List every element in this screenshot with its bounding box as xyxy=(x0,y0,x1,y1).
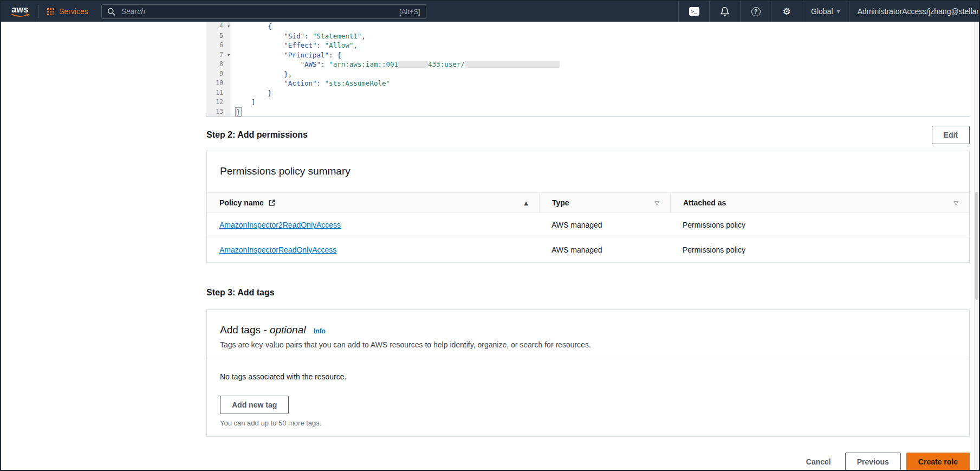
code-line[interactable]: "Action": "sts:AssumeRole" xyxy=(235,79,970,88)
add-new-tag-button[interactable]: Add new tag xyxy=(220,396,289,414)
code-token xyxy=(235,32,284,40)
attached-as-cell: Permissions policy xyxy=(670,213,969,237)
gear-icon: ⚙ xyxy=(782,7,790,16)
tags-card-body: No tags associated with the resource. Ad… xyxy=(207,358,969,436)
trust-policy-json-editor[interactable]: 4▾567▾8910111213 { "Sid": "Statement1", … xyxy=(206,22,970,117)
help-button[interactable]: ? xyxy=(741,1,771,22)
aws-logo-text: aws xyxy=(11,5,29,14)
policy-name-link[interactable]: AmazonInspector2ReadOnlyAccess xyxy=(219,221,341,229)
policy-name-link[interactable]: AmazonInspectorReadOnlyAccess xyxy=(219,246,336,254)
line-number: 13 xyxy=(206,107,231,117)
code-line[interactable]: }, xyxy=(235,69,970,79)
code-token: }, xyxy=(235,70,292,78)
editor-gutter: 4▾567▾8910111213 xyxy=(206,22,231,117)
type-column-header: Type ▽ xyxy=(539,193,670,212)
code-token: "sts:AssumeRole" xyxy=(325,79,390,87)
line-number: 12 xyxy=(206,98,231,107)
aws-console-topbar: aws Services [Alt+S] >_ xyxy=(1,1,979,22)
services-label: Services xyxy=(59,7,88,16)
type-filter-icon[interactable]: ▽ xyxy=(655,199,659,207)
attached-as-filter-icon[interactable]: ▽ xyxy=(954,199,958,207)
scrollbar-thumb[interactable] xyxy=(975,192,978,299)
policy-table-row: AmazonInspectorReadOnlyAccessAWS managed… xyxy=(207,237,969,262)
search-input[interactable] xyxy=(120,7,394,16)
region-label: Global xyxy=(811,7,833,16)
wizard-footer: Cancel Previous Create role xyxy=(206,453,970,471)
policy-name-column-header[interactable]: Policy name ▲ xyxy=(207,193,539,212)
code-line[interactable]: "Sid": "Statement1", xyxy=(235,31,970,41)
cancel-button[interactable]: Cancel xyxy=(806,453,831,470)
attached-as-column-label: Attached as xyxy=(683,198,726,207)
code-token xyxy=(235,79,284,87)
services-menu-button[interactable]: Services xyxy=(45,7,90,16)
edit-permissions-button[interactable]: Edit xyxy=(932,126,970,144)
fold-arrow-icon[interactable]: ▾ xyxy=(228,22,230,31)
code-line[interactable]: { xyxy=(235,22,970,31)
code-token: "Allow" xyxy=(325,41,354,49)
code-line[interactable]: "Principal": { xyxy=(235,50,970,60)
code-token: : xyxy=(321,60,329,68)
code-token: } xyxy=(235,107,242,117)
line-number: 5 xyxy=(206,31,231,41)
topbar-divider xyxy=(38,5,38,18)
browser-window: aws Services [Alt+S] >_ xyxy=(0,0,980,471)
code-line[interactable]: "AWS": "arn:aws:iam::001433:user/ xyxy=(235,60,970,69)
step3-header-row: Step 3: Add tags xyxy=(206,287,970,298)
chevron-down-icon: ▼ xyxy=(837,9,840,14)
code-token xyxy=(235,60,300,68)
permissions-card-title: Permissions policy summary xyxy=(220,165,351,177)
type-column-label: Type xyxy=(552,198,569,207)
policy-name-cell: AmazonInspectorReadOnlyAccess xyxy=(207,237,539,262)
code-token: "AWS" xyxy=(300,60,321,68)
code-token: : xyxy=(317,41,325,49)
code-line[interactable]: ] xyxy=(235,98,970,107)
code-token xyxy=(235,41,284,49)
tags-card-header: Add tags - optional Info Tags are key-va… xyxy=(207,310,969,358)
editor-code[interactable]: { "Sid": "Statement1", "Effect": "Allow"… xyxy=(231,22,970,117)
account-menu[interactable]: AdministratorAccess/jzhang@stellar xyxy=(849,7,979,16)
code-token: 433:user/ xyxy=(428,60,465,68)
policy-table-row: AmazonInspector2ReadOnlyAccessAWS manage… xyxy=(207,213,969,237)
region-selector[interactable]: Global ▼ xyxy=(802,1,849,22)
previous-button[interactable]: Previous xyxy=(845,453,901,471)
create-role-button[interactable]: Create role xyxy=(906,453,970,471)
code-token: : xyxy=(304,32,313,40)
aws-logo[interactable]: aws xyxy=(9,5,31,17)
redacted-text xyxy=(465,61,560,68)
tags-card-title: Add tags - optional xyxy=(220,324,306,335)
permissions-card-header: Permissions policy summary xyxy=(207,151,969,192)
line-number: 7▾ xyxy=(206,50,231,60)
code-token: } xyxy=(235,89,272,97)
code-line[interactable]: } xyxy=(235,88,970,98)
code-token: "Action" xyxy=(284,79,316,87)
code-token: : { xyxy=(329,51,341,59)
line-number: 10 xyxy=(206,79,231,88)
code-line[interactable]: } xyxy=(235,107,970,117)
permissions-summary-card: Permissions policy summary Policy name ▲ xyxy=(206,151,970,262)
code-token: "Principal" xyxy=(284,51,329,59)
aws-smile-icon xyxy=(11,14,29,17)
step3-heading: Step 3: Add tags xyxy=(206,288,275,298)
sort-ascending-icon[interactable]: ▲ xyxy=(524,200,528,206)
tags-optional-label: - optional xyxy=(263,324,306,335)
external-link-icon xyxy=(268,199,276,207)
info-link[interactable]: Info xyxy=(314,327,326,335)
code-token: : xyxy=(317,79,325,87)
code-token: "Effect" xyxy=(284,41,316,49)
cloudshell-button[interactable]: >_ xyxy=(679,1,709,22)
fold-arrow-icon[interactable]: ▾ xyxy=(228,50,230,60)
global-search[interactable]: [Alt+S] xyxy=(101,4,426,19)
attached-as-column-header: Attached as ▽ xyxy=(670,193,969,212)
notifications-button[interactable] xyxy=(710,1,740,22)
tag-limit-note: You can add up to 50 more tags. xyxy=(220,419,956,427)
topbar-right-cluster: >_ ? ⚙ Global ▼ Administ xyxy=(678,1,979,22)
code-token: , xyxy=(353,41,358,49)
code-token: "arn:aws:iam::001 xyxy=(329,60,398,68)
code-line[interactable]: "Effect": "Allow", xyxy=(235,41,970,50)
page-scrollbar[interactable] xyxy=(974,22,979,470)
policy-table-body: AmazonInspector2ReadOnlyAccessAWS manage… xyxy=(207,213,969,262)
line-number: 6 xyxy=(206,41,231,50)
line-number: 11 xyxy=(206,88,231,98)
settings-button[interactable]: ⚙ xyxy=(771,1,802,22)
tags-description: Tags are key-value pairs that you can ad… xyxy=(220,340,956,349)
